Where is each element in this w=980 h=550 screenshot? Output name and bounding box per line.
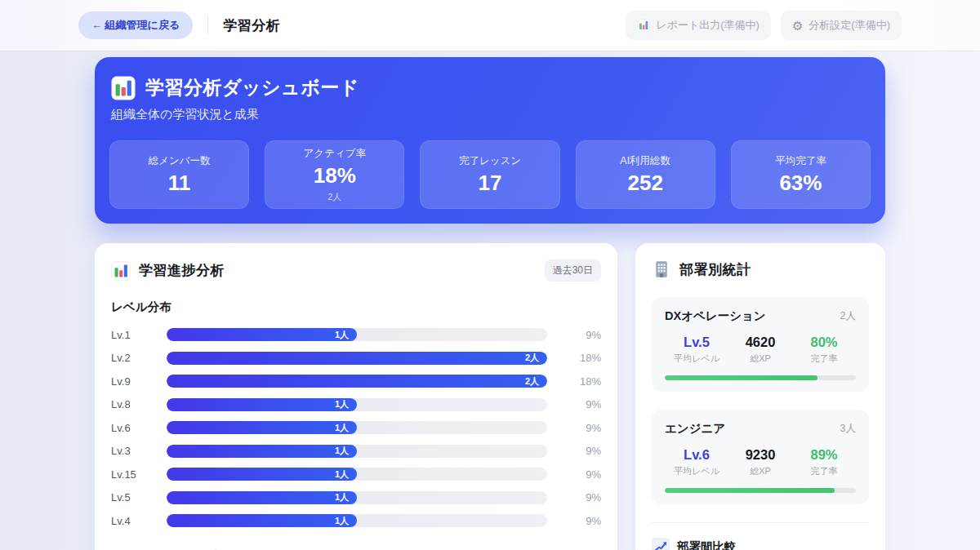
level-bar-fill: 1人 bbox=[167, 445, 357, 458]
hero-subtitle: 組織全体の学習状況と成果 bbox=[111, 107, 869, 122]
progress-card-title: 学習進捗分析 bbox=[139, 261, 225, 280]
level-count: 1人 bbox=[335, 329, 349, 341]
stat-value: 252 bbox=[628, 171, 663, 196]
building-icon bbox=[652, 259, 671, 279]
gear-icon: ⚙ bbox=[792, 20, 803, 32]
topbar-divider bbox=[207, 16, 208, 34]
level-percent: 9% bbox=[568, 398, 601, 410]
level-label: Lv.1 bbox=[111, 329, 167, 341]
level-bar-fill: 1人 bbox=[167, 328, 357, 341]
level-bar-track: 1人 bbox=[167, 514, 547, 527]
level-count: 1人 bbox=[335, 398, 349, 410]
level-percent: 9% bbox=[568, 491, 601, 503]
hero-title: 学習分析ダッシュボード bbox=[145, 75, 359, 100]
level-bar-track: 1人 bbox=[167, 445, 547, 458]
level-count: 1人 bbox=[335, 468, 349, 481]
department-avg-level-label: 平均レベル bbox=[665, 465, 728, 477]
topbar: ← 組織管理に戻る 学習分析 レポート出力(準備中) ⚙ 分析設定(準備中) bbox=[0, 0, 980, 51]
level-count: 2人 bbox=[525, 352, 539, 364]
level-count: 1人 bbox=[335, 491, 349, 503]
department-total-xp-label: 総XP bbox=[728, 465, 792, 477]
level-bar-fill: 1人 bbox=[167, 514, 357, 527]
stat-value: 11 bbox=[168, 171, 191, 196]
level-percent: 9% bbox=[568, 445, 601, 457]
learning-progress-card: 学習進捗分析 過去30日 レベル分布 Lv.1 1人 9% Lv.2 2人 bbox=[95, 243, 617, 550]
level-bar-track: 1人 bbox=[167, 421, 547, 434]
level-bar-fill: 1人 bbox=[167, 468, 357, 481]
level-bar-track: 2人 bbox=[167, 375, 547, 388]
department-progress-track bbox=[665, 488, 856, 493]
bar-chart-icon bbox=[111, 261, 131, 281]
department-name: DXオペレーション bbox=[665, 308, 766, 324]
level-label: Lv.2 bbox=[111, 352, 167, 364]
level-label: Lv.5 bbox=[111, 491, 167, 503]
level-percent: 9% bbox=[568, 468, 601, 481]
level-bar-track: 1人 bbox=[167, 491, 547, 504]
level-percent: 18% bbox=[568, 375, 601, 388]
report-export-button[interactable]: レポート出力(準備中) bbox=[626, 11, 771, 40]
stat-avg-completion: 平均完了率 63% bbox=[731, 140, 871, 209]
level-bar-track: 1人 bbox=[167, 328, 547, 341]
department-item-engineer: エンジニア 3人 Lv.6 平均レベル 9230 総XP 89% 完了率 bbox=[652, 410, 869, 504]
department-total-xp: 9230 bbox=[728, 447, 792, 463]
department-name: エンジニア bbox=[665, 421, 725, 437]
department-stats-card: 部署別統計 DXオペレーション 2人 Lv.5 平均レベル 4620 総XP 8… bbox=[635, 243, 885, 550]
level-percent: 18% bbox=[568, 352, 601, 364]
level-label: Lv.8 bbox=[111, 398, 167, 410]
stat-ai-usage: AI利用総数 252 bbox=[576, 140, 715, 209]
department-progress-fill bbox=[665, 488, 835, 493]
department-item-dx-operation: DXオペレーション 2人 Lv.5 平均レベル 4620 総XP 80% 完了率 bbox=[652, 297, 869, 392]
department-completion-label: 完了率 bbox=[792, 353, 856, 365]
level-count: 2人 bbox=[525, 375, 539, 388]
department-avg-level: Lv.5 bbox=[665, 335, 728, 350]
level-bar-fill: 1人 bbox=[167, 421, 357, 434]
stat-label: 平均完了率 bbox=[775, 154, 826, 168]
report-export-label: レポート出力(準備中) bbox=[656, 18, 760, 33]
level-count: 1人 bbox=[335, 515, 349, 527]
back-to-org-button[interactable]: ← 組織管理に戻る bbox=[78, 11, 193, 39]
level-bar-fill: 2人 bbox=[167, 352, 547, 365]
department-progress-fill bbox=[665, 375, 817, 380]
bar-chart-icon bbox=[637, 19, 650, 32]
dashboard-hero: 学習分析ダッシュボード 組織全体の学習状況と成果 総メンバー数 11 アクティブ… bbox=[95, 57, 885, 224]
department-completion-label: 完了率 bbox=[792, 465, 856, 477]
stat-label: 完了レッスン bbox=[459, 154, 521, 168]
analysis-settings-button[interactable]: ⚙ 分析設定(準備中) bbox=[781, 11, 902, 40]
stat-label: アクティブ率 bbox=[304, 147, 366, 161]
department-members: 2人 bbox=[840, 309, 856, 323]
stat-label: 総メンバー数 bbox=[149, 154, 211, 168]
level-row: Lv.9 2人 18% bbox=[111, 375, 601, 388]
level-percent: 9% bbox=[568, 329, 601, 341]
department-comparison-section: 部署間比較 最も学習が進んでいる部署: エンジニア bbox=[652, 522, 869, 550]
department-completion: 89% bbox=[792, 447, 856, 463]
level-row: Lv.2 2人 18% bbox=[111, 352, 601, 365]
level-percent: 9% bbox=[568, 422, 601, 434]
level-label: Lv.9 bbox=[111, 375, 167, 388]
level-label: Lv.4 bbox=[111, 515, 167, 527]
department-completion: 80% bbox=[792, 335, 856, 350]
stat-value: 18% bbox=[314, 163, 356, 189]
level-bar-track: 1人 bbox=[167, 468, 547, 481]
level-row: Lv.6 1人 9% bbox=[111, 421, 601, 434]
department-avg-level: Lv.6 bbox=[665, 447, 728, 463]
level-distribution-title: レベル分布 bbox=[111, 299, 601, 315]
level-bar-fill: 2人 bbox=[167, 375, 547, 388]
department-total-xp-label: 総XP bbox=[728, 353, 792, 365]
stat-total-members: 総メンバー数 11 bbox=[109, 140, 249, 209]
level-bar-fill: 1人 bbox=[167, 491, 357, 504]
level-row: Lv.1 1人 9% bbox=[111, 328, 601, 341]
trend-up-icon bbox=[652, 538, 670, 550]
department-avg-level-label: 平均レベル bbox=[665, 353, 728, 365]
level-row: Lv.3 1人 9% bbox=[111, 445, 601, 458]
level-bar-track: 2人 bbox=[167, 352, 547, 365]
stat-value: 17 bbox=[479, 171, 502, 196]
page-title: 学習分析 bbox=[223, 16, 280, 35]
level-row: Lv.8 1人 9% bbox=[111, 398, 601, 411]
department-members: 3人 bbox=[840, 422, 856, 436]
level-row: Lv.15 1人 9% bbox=[111, 468, 601, 481]
level-distribution-chart: Lv.1 1人 9% Lv.2 2人 18% Lv.9 bbox=[111, 328, 601, 527]
department-card-title: 部署別統計 bbox=[679, 260, 751, 279]
stat-value: 63% bbox=[779, 171, 822, 196]
stat-label: AI利用総数 bbox=[620, 154, 670, 168]
department-progress-track bbox=[665, 375, 856, 380]
